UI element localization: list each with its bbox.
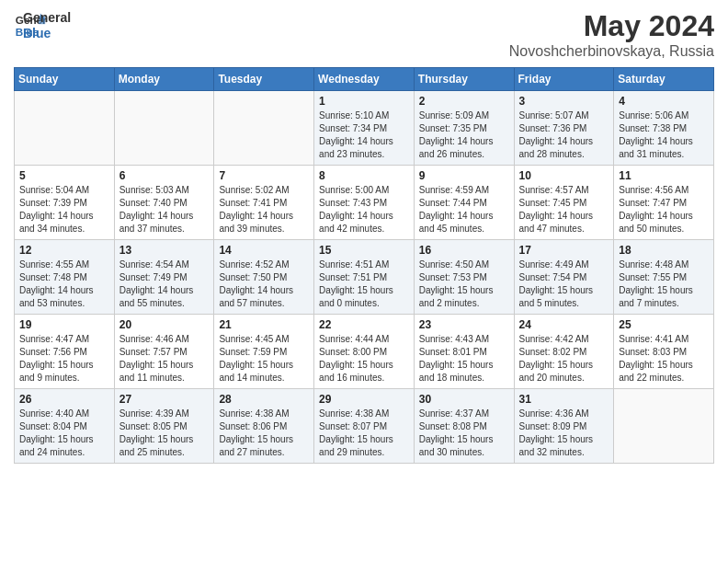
- day-number: 17: [519, 244, 609, 257]
- calendar-cell: 20Sunrise: 4:46 AM Sunset: 7:57 PM Dayli…: [114, 315, 214, 389]
- day-info: Sunrise: 4:42 AM Sunset: 8:02 PM Dayligh…: [519, 333, 609, 385]
- day-info: Sunrise: 4:46 AM Sunset: 7:57 PM Dayligh…: [119, 333, 210, 385]
- day-number: 29: [319, 393, 409, 406]
- day-number: 14: [219, 244, 309, 257]
- calendar-cell: 23Sunrise: 4:43 AM Sunset: 8:01 PM Dayli…: [414, 315, 514, 389]
- day-number: 22: [319, 318, 409, 331]
- calendar-cell: 6Sunrise: 5:03 AM Sunset: 7:40 PM Daylig…: [114, 166, 214, 240]
- calendar-cell: [214, 91, 314, 166]
- day-number: 9: [419, 169, 509, 182]
- calendar-cell: 12Sunrise: 4:55 AM Sunset: 7:48 PM Dayli…: [15, 240, 115, 315]
- calendar-cell: 16Sunrise: 4:50 AM Sunset: 7:53 PM Dayli…: [414, 240, 514, 315]
- calendar-cell: 18Sunrise: 4:48 AM Sunset: 7:55 PM Dayli…: [614, 240, 714, 315]
- day-info: Sunrise: 5:02 AM Sunset: 7:41 PM Dayligh…: [219, 184, 309, 236]
- day-header-monday: Monday: [114, 68, 214, 91]
- calendar-cell: 5Sunrise: 5:04 AM Sunset: 7:39 PM Daylig…: [15, 166, 115, 240]
- calendar-cell: 1Sunrise: 5:10 AM Sunset: 7:34 PM Daylig…: [314, 91, 415, 166]
- day-info: Sunrise: 4:48 AM Sunset: 7:55 PM Dayligh…: [619, 259, 709, 310]
- calendar-cell: 28Sunrise: 4:38 AM Sunset: 8:06 PM Dayli…: [214, 389, 314, 464]
- page-header: General Blue General Blue May 2024 Novos…: [14, 9, 714, 60]
- day-header-saturday: Saturday: [614, 68, 714, 91]
- day-info: Sunrise: 5:10 AM Sunset: 7:34 PM Dayligh…: [319, 109, 409, 161]
- calendar-cell: [114, 91, 214, 166]
- day-number: 3: [519, 95, 609, 108]
- day-info: Sunrise: 5:00 AM Sunset: 7:43 PM Dayligh…: [319, 184, 409, 236]
- day-info: Sunrise: 5:07 AM Sunset: 7:36 PM Dayligh…: [519, 109, 609, 161]
- day-header-friday: Friday: [514, 68, 614, 91]
- day-info: Sunrise: 5:03 AM Sunset: 7:40 PM Dayligh…: [119, 184, 210, 236]
- day-number: 7: [219, 169, 309, 182]
- day-number: 5: [19, 169, 109, 182]
- day-header-tuesday: Tuesday: [214, 68, 314, 91]
- day-info: Sunrise: 4:55 AM Sunset: 7:48 PM Dayligh…: [19, 259, 109, 310]
- day-number: 21: [219, 318, 309, 331]
- day-info: Sunrise: 4:39 AM Sunset: 8:05 PM Dayligh…: [119, 408, 210, 459]
- day-info: Sunrise: 5:04 AM Sunset: 7:39 PM Dayligh…: [19, 184, 109, 236]
- day-info: Sunrise: 4:52 AM Sunset: 7:50 PM Dayligh…: [219, 259, 309, 310]
- day-info: Sunrise: 5:09 AM Sunset: 7:35 PM Dayligh…: [419, 109, 509, 161]
- calendar-cell: 31Sunrise: 4:36 AM Sunset: 8:09 PM Dayli…: [514, 389, 614, 464]
- day-info: Sunrise: 4:43 AM Sunset: 8:01 PM Dayligh…: [419, 333, 509, 385]
- calendar-table: SundayMondayTuesdayWednesdayThursdayFrid…: [14, 67, 714, 464]
- subtitle: Novoshcherbinovskaya, Russia: [509, 43, 714, 60]
- day-number: 10: [519, 169, 609, 182]
- day-info: Sunrise: 4:47 AM Sunset: 7:56 PM Dayligh…: [19, 333, 109, 385]
- calendar-cell: 4Sunrise: 5:06 AM Sunset: 7:38 PM Daylig…: [614, 91, 714, 166]
- day-info: Sunrise: 4:36 AM Sunset: 8:09 PM Dayligh…: [519, 408, 609, 459]
- day-number: 25: [619, 318, 709, 331]
- day-number: 27: [119, 393, 210, 406]
- day-header-sunday: Sunday: [15, 68, 115, 91]
- calendar-cell: 25Sunrise: 4:41 AM Sunset: 8:03 PM Dayli…: [614, 315, 714, 389]
- day-info: Sunrise: 4:49 AM Sunset: 7:54 PM Dayligh…: [519, 259, 609, 310]
- day-number: 13: [119, 244, 210, 257]
- calendar-cell: [15, 91, 115, 166]
- day-number: 2: [419, 95, 509, 108]
- day-info: Sunrise: 4:40 AM Sunset: 8:04 PM Dayligh…: [19, 408, 109, 459]
- calendar-cell: 26Sunrise: 4:40 AM Sunset: 8:04 PM Dayli…: [15, 389, 115, 464]
- day-info: Sunrise: 4:57 AM Sunset: 7:45 PM Dayligh…: [519, 184, 609, 236]
- day-number: 6: [119, 169, 210, 182]
- day-number: 18: [619, 244, 709, 257]
- calendar-cell: 21Sunrise: 4:45 AM Sunset: 7:59 PM Dayli…: [214, 315, 314, 389]
- calendar-cell: 22Sunrise: 4:44 AM Sunset: 8:00 PM Dayli…: [314, 315, 415, 389]
- day-info: Sunrise: 4:54 AM Sunset: 7:49 PM Dayligh…: [119, 259, 210, 310]
- calendar-cell: 11Sunrise: 4:56 AM Sunset: 7:47 PM Dayli…: [614, 166, 714, 240]
- calendar-cell: 2Sunrise: 5:09 AM Sunset: 7:35 PM Daylig…: [414, 91, 514, 166]
- day-info: Sunrise: 4:51 AM Sunset: 7:51 PM Dayligh…: [319, 259, 409, 310]
- day-info: Sunrise: 4:37 AM Sunset: 8:08 PM Dayligh…: [419, 408, 509, 459]
- day-number: 26: [19, 393, 109, 406]
- calendar-cell: 8Sunrise: 5:00 AM Sunset: 7:43 PM Daylig…: [314, 166, 415, 240]
- calendar-cell: 13Sunrise: 4:54 AM Sunset: 7:49 PM Dayli…: [114, 240, 214, 315]
- calendar-cell: 30Sunrise: 4:37 AM Sunset: 8:08 PM Dayli…: [414, 389, 514, 464]
- day-number: 11: [619, 169, 709, 182]
- calendar-cell: 3Sunrise: 5:07 AM Sunset: 7:36 PM Daylig…: [514, 91, 614, 166]
- day-number: 31: [519, 393, 609, 406]
- day-number: 24: [519, 318, 609, 331]
- calendar-cell: 10Sunrise: 4:57 AM Sunset: 7:45 PM Dayli…: [514, 166, 614, 240]
- day-info: Sunrise: 4:38 AM Sunset: 8:07 PM Dayligh…: [319, 408, 409, 459]
- day-number: 28: [219, 393, 309, 406]
- day-info: Sunrise: 4:50 AM Sunset: 7:53 PM Dayligh…: [419, 259, 509, 310]
- day-number: 15: [319, 244, 409, 257]
- day-info: Sunrise: 4:56 AM Sunset: 7:47 PM Dayligh…: [619, 184, 709, 236]
- main-title: May 2024: [509, 9, 714, 43]
- day-number: 16: [419, 244, 509, 257]
- calendar-cell: 9Sunrise: 4:59 AM Sunset: 7:44 PM Daylig…: [414, 166, 514, 240]
- day-info: Sunrise: 4:44 AM Sunset: 8:00 PM Dayligh…: [319, 333, 409, 385]
- calendar-cell: 19Sunrise: 4:47 AM Sunset: 7:56 PM Dayli…: [15, 315, 115, 389]
- calendar-cell: 7Sunrise: 5:02 AM Sunset: 7:41 PM Daylig…: [214, 166, 314, 240]
- day-header-thursday: Thursday: [414, 68, 514, 91]
- day-number: 8: [319, 169, 409, 182]
- day-number: 1: [319, 95, 409, 108]
- calendar-cell: 27Sunrise: 4:39 AM Sunset: 8:05 PM Dayli…: [114, 389, 214, 464]
- day-info: Sunrise: 4:38 AM Sunset: 8:06 PM Dayligh…: [219, 408, 309, 459]
- day-number: 20: [119, 318, 210, 331]
- calendar-cell: 15Sunrise: 4:51 AM Sunset: 7:51 PM Dayli…: [314, 240, 415, 315]
- logo: General Blue General Blue: [14, 9, 71, 42]
- calendar-cell: [614, 389, 714, 464]
- day-number: 30: [419, 393, 509, 406]
- calendar-cell: 29Sunrise: 4:38 AM Sunset: 8:07 PM Dayli…: [314, 389, 415, 464]
- day-number: 23: [419, 318, 509, 331]
- calendar-cell: 14Sunrise: 4:52 AM Sunset: 7:50 PM Dayli…: [214, 240, 314, 315]
- day-number: 12: [19, 244, 109, 257]
